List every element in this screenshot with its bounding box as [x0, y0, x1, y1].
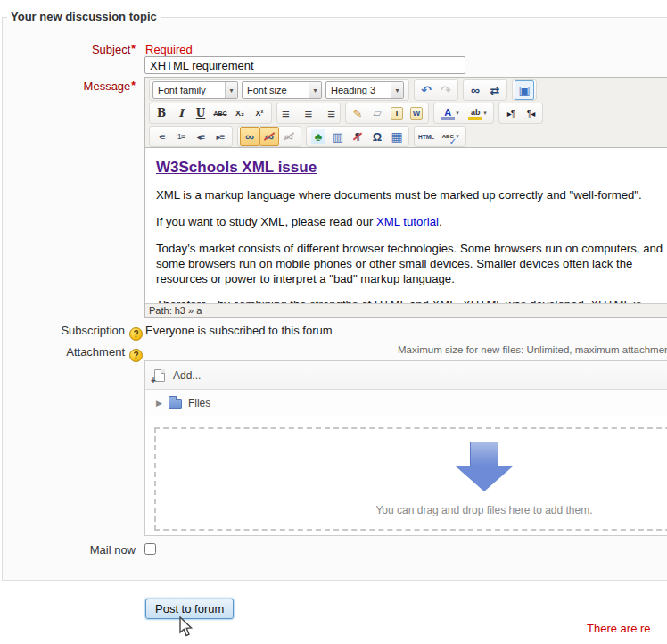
prevent-autolink-icon	[282, 129, 296, 144]
outdent-icon	[194, 129, 208, 144]
add-file-icon	[154, 369, 165, 382]
xml-tutorial-link[interactable]: XML tutorial	[376, 215, 439, 228]
toolbar-group	[149, 103, 272, 124]
rtl-button[interactable]	[521, 103, 540, 123]
strikethrough-icon	[213, 106, 227, 120]
forecolor-icon	[441, 108, 455, 120]
search-icon	[468, 83, 482, 97]
toolbar-group	[306, 126, 409, 147]
align-left-button[interactable]	[279, 103, 299, 123]
format-select[interactable]: Heading 3▾	[325, 81, 404, 99]
form-legend: Your new discussion topic	[7, 10, 161, 23]
bullet-list-button[interactable]	[152, 127, 171, 146]
numbered-list-button[interactable]	[171, 127, 191, 146]
indent-icon	[213, 129, 227, 144]
content-heading-link[interactable]: W3Schools XML issue	[156, 159, 317, 176]
font-size-select[interactable]: Font size▾	[242, 81, 322, 99]
redo-icon	[439, 83, 453, 97]
indent-button[interactable]	[210, 127, 230, 146]
paste-text-icon	[391, 107, 403, 120]
backcolor-button[interactable]: ▾	[464, 103, 491, 123]
mail-now-checkbox[interactable]	[144, 543, 156, 555]
table-button[interactable]	[387, 127, 407, 146]
toolbar-group	[276, 103, 341, 124]
search-button[interactable]	[465, 80, 485, 100]
subscript-button[interactable]	[230, 103, 250, 123]
ltr-icon	[504, 106, 518, 120]
editor-path-bar: Path: h3 » a	[145, 303, 667, 317]
removeformat-button[interactable]	[367, 103, 387, 123]
superscript-button[interactable]	[250, 103, 269, 123]
image-button[interactable]	[309, 127, 328, 146]
replace-button[interactable]	[485, 80, 505, 100]
mouse-cursor	[178, 616, 194, 638]
subscription-value: Everyone is subscribed to this forum	[145, 324, 333, 337]
toolbar-group	[237, 126, 301, 147]
add-file-label: Add...	[173, 369, 201, 382]
subject-input[interactable]	[144, 56, 465, 74]
undo-icon	[419, 83, 433, 97]
paste-text-button[interactable]	[387, 103, 407, 123]
files-tree-label: Files	[188, 397, 210, 409]
media-icon	[331, 129, 345, 144]
toolbar-group	[512, 79, 537, 101]
message-editor: Font family▾Font size▾Heading 3▾▾▾▾ W3Sc…	[144, 77, 667, 318]
spellcheck-button[interactable]: ▾	[436, 127, 464, 146]
required-fields-warning: There are re	[587, 622, 651, 635]
filemanager-toolbar: Add...	[145, 361, 667, 390]
unlink-button[interactable]	[259, 127, 279, 146]
attachment-label-text: Attachment	[66, 345, 125, 359]
charmap-button[interactable]	[367, 127, 387, 146]
forecolor-button[interactable]: ▾	[436, 103, 464, 123]
add-file-button[interactable]: Add...	[154, 369, 201, 382]
max-size-note: Maximum size for new files: Unlimited, m…	[398, 344, 667, 355]
backcolor-icon	[468, 108, 482, 120]
toolbar-group: ▾▾	[433, 103, 494, 124]
spellcheck-icon	[441, 129, 455, 144]
font-family-select[interactable]: Font family▾	[152, 81, 238, 99]
folder-icon	[169, 399, 182, 409]
media-button[interactable]	[328, 127, 348, 146]
content-heading: W3Schools XML issue	[156, 159, 667, 177]
underline-button[interactable]	[191, 103, 210, 123]
undo-button[interactable]	[416, 80, 436, 100]
files-tree-row[interactable]: ▶ Files	[145, 390, 667, 417]
link-button[interactable]	[240, 127, 259, 146]
subject-required-error: Required	[145, 43, 193, 56]
content-paragraph: If you want to study XML, please read ou…	[156, 215, 666, 230]
replace-icon	[488, 83, 502, 97]
help-icon[interactable]: ?	[129, 349, 143, 362]
fullscreen-button[interactable]	[515, 80, 534, 100]
file-dropzone[interactable]: You can drag and drop files here to add …	[154, 427, 667, 531]
strikethrough-button[interactable]	[210, 103, 230, 123]
toolbar-group	[498, 103, 543, 124]
underline-icon	[194, 106, 208, 120]
message-label-text: Message	[84, 79, 131, 93]
mail-now-label: Mail now	[0, 543, 136, 557]
subject-label-text: Subject	[92, 43, 130, 56]
new-discussion-form-page: Your new discussion topic Subject* Requi…	[0, 0, 667, 644]
expand-triangle-icon[interactable]: ▶	[156, 399, 162, 408]
html-code-button[interactable]	[416, 127, 436, 146]
file-manager: Add... ▶ Files You can drag and drop fil…	[144, 360, 667, 536]
outdent-button[interactable]	[191, 127, 210, 146]
italic-icon	[174, 106, 188, 120]
help-icon[interactable]: ?	[129, 327, 143, 341]
font-family-select-value: Font family	[153, 85, 225, 95]
ltr-button[interactable]	[501, 103, 521, 123]
content-paragraph: Today's market consists of different bro…	[156, 242, 666, 287]
toolbar-group	[345, 103, 429, 124]
nonbreaking-button[interactable]	[348, 127, 367, 146]
html-code-icon	[418, 129, 434, 144]
chevron-down-icon: ▾	[456, 110, 459, 117]
prevent-autolink-button	[279, 127, 299, 146]
editor-content[interactable]: W3Schools XML issue XML is a markup lang…	[145, 147, 667, 304]
italic-button[interactable]	[171, 103, 191, 123]
align-center-button[interactable]	[299, 103, 318, 123]
bold-button[interactable]	[152, 103, 171, 123]
paste-word-button[interactable]	[407, 103, 426, 123]
content-paragraph: XML is a markup language where documents…	[156, 188, 666, 203]
paste-word-icon	[410, 107, 423, 120]
cleanup-button[interactable]	[348, 103, 367, 123]
align-right-button[interactable]	[318, 103, 338, 123]
